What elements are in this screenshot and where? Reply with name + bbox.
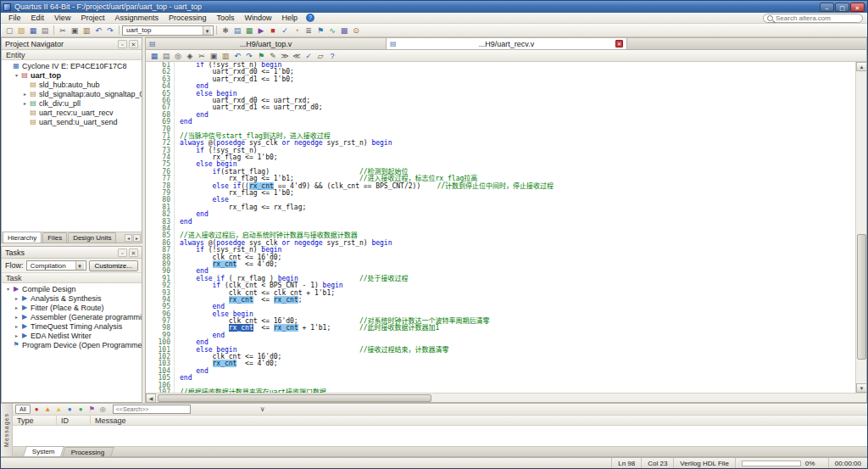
menu-help[interactable]: Help [277,14,303,22]
code-line[interactable]: 89 rx_cnt <= 4'd0; [146,261,855,268]
ed-save-icon[interactable]: ▦ [148,50,160,61]
start-compilation-icon[interactable]: ▶ [255,25,267,36]
close-panel-icon[interactable]: ✕ [129,40,138,48]
entity-tree-item[interactable]: ▾▤uart_top [2,70,142,80]
code-line[interactable]: 74 rx_flag <= 1'b0; [146,154,855,161]
task-tree-item[interactable]: ▸▶EDA Netlist Writer [2,331,142,340]
ed-create-symbol-icon[interactable]: ▱ [314,50,326,61]
ed-cut-icon[interactable]: ✂ [196,50,208,61]
paste-icon[interactable]: ▥ [81,25,92,36]
ed-redo-icon[interactable]: ↷ [243,50,255,61]
messages-search-input[interactable] [116,406,187,412]
task-tree-item[interactable]: ▸▶TimeQuest Timing Analysis [2,321,142,331]
close-panel-icon[interactable]: ✕ [129,248,138,257]
collapse-chevron-icon[interactable]: ∨ [260,405,265,413]
editor-tab[interactable]: ▤...H9/uart_recv.v✕ [387,38,627,49]
editor-horizontal-scrollbar[interactable]: ◀ [146,393,866,402]
customize-button[interactable]: Customize... [89,260,138,271]
type-column-header[interactable]: Type [13,416,57,425]
navigator-tab-design-units[interactable]: Design Units [68,232,116,243]
collapse-arrow-icon[interactable]: ▸ [13,332,20,338]
ed-paste-icon[interactable]: ▥ [220,50,231,61]
chip-planner-icon[interactable]: ▩ [338,25,350,36]
close-tab-icon[interactable]: ✕ [615,40,623,47]
ed-find-icon[interactable]: ◎ [172,50,184,61]
save-icon[interactable]: ▦ [27,25,39,36]
entity-tree-item[interactable]: ▤sld_hub:auto_hub [2,80,142,89]
ed-replace-icon[interactable]: ◈ [184,50,196,61]
code-line[interactable]: 94 rx_cnt <= rx_cnt; [146,297,855,304]
code-line[interactable]: 79 rx_flag <= 1'b0; [146,190,855,197]
ed-copy-icon[interactable]: ▣ [208,50,220,61]
vscrollbar-thumb[interactable] [857,234,866,360]
task-tree-item[interactable]: ▸▶Analysis & Synthesis [2,293,142,303]
code-editor[interactable]: 61 if (!sys_rst_n) begin62 uart_rxd_d0 <… [146,62,855,393]
entity-tree-item[interactable]: ▸▤clk_div:u_pll [2,98,142,108]
collapse-arrow-icon[interactable]: ▸ [13,295,20,301]
collapse-arrow-icon[interactable]: ▸ [21,91,29,97]
help-icon[interactable]: ? [306,14,314,22]
filter-find-icon[interactable]: ◎ [98,405,108,414]
open-file-icon[interactable]: ▨ [15,25,27,36]
scroll-down-icon[interactable]: ▼ [856,383,867,393]
navigator-tab-files[interactable]: Files [42,232,67,243]
task-column-header[interactable]: Task [2,273,142,283]
hscrollbar-thumb[interactable] [158,394,431,402]
cut-icon[interactable]: ✂ [57,25,69,36]
code-line[interactable]: 68 end [146,112,855,119]
tab-scroll-right-icon[interactable]: ▸ [133,234,141,242]
settings-icon[interactable]: ✱ [220,25,231,36]
task-tree-item[interactable]: ▸▶Assembler (Generate programming files) [2,312,142,321]
entity-column-header[interactable]: Entity [2,50,142,60]
timequest-icon[interactable]: ◔ [291,25,303,36]
new-file-icon[interactable]: ▢ [3,25,15,36]
filter-flag-icon[interactable]: ⚑ [87,405,97,414]
code-line[interactable]: 67 uart_rxd_d1 <= uart_rxd_d0; [146,104,855,111]
code-line[interactable]: 103 rx_cnt <= 4'd0; [146,360,855,367]
messages-body[interactable] [13,426,867,446]
ed-help-icon[interactable]: ? [326,50,338,61]
ed-comment-icon[interactable]: ✎ [267,50,279,61]
ed-indent-icon[interactable]: ≫ [279,50,291,61]
dock-panel-icon[interactable]: ▫ [118,40,127,48]
expand-arrow-icon[interactable]: ▾ [13,72,20,78]
editor-vertical-scrollbar[interactable]: ▲ ▼ [855,62,866,393]
filter-critical-warning-icon[interactable]: ▲ [43,405,53,414]
menu-project[interactable]: Project [75,14,109,22]
menu-view[interactable]: View [49,14,75,22]
assignment-editor-icon[interactable]: ▤ [231,25,243,36]
collapse-arrow-icon[interactable]: ▸ [13,314,20,320]
filter-all-button[interactable]: All [15,405,31,414]
collapse-arrow-icon[interactable]: ▸ [13,304,20,310]
message-column-header[interactable]: Message [91,416,867,425]
code-line[interactable]: 83end [146,219,855,226]
menu-file[interactable]: File [3,14,26,22]
project-combo[interactable]: uart_top ▾ [122,25,214,36]
system-console-icon[interactable]: ⊙ [350,25,362,36]
entity-tree-item[interactable]: ▦Cyclone IV E: EP4CE10F17C8 [2,61,142,70]
menu-assignments[interactable]: Assignments [109,14,164,22]
code-line[interactable]: 98 rx_cnt <= rx_cnt + 1'b1; //此时接收数据计数器加… [146,325,855,332]
collapse-arrow-icon[interactable]: ▸ [21,100,29,106]
code-line[interactable]: 81 rx_flag <= rx_flag; [146,204,855,211]
editor-tab[interactable]: ▤...H9/uart_top.v [146,38,387,49]
stop-icon[interactable]: ■ [267,25,279,36]
analysis-synthesis-icon[interactable]: ✓ [279,25,291,36]
altera-search-input[interactable] [776,14,868,22]
filter-error-icon[interactable]: ● [32,405,42,414]
pin-planner-icon[interactable]: ▦ [243,25,255,36]
id-column-header[interactable]: ID [57,416,91,425]
collapse-arrow-icon[interactable]: ▸ [13,323,20,329]
signaltap-icon[interactable]: ∿ [326,25,338,36]
code-line[interactable]: 104 end [146,368,855,375]
maximize-button[interactable]: ▢ [835,3,849,12]
undo-icon[interactable]: ↶ [92,25,104,36]
messages-tab-system[interactable]: System [23,446,64,456]
code-line[interactable]: 99 end [146,332,855,339]
task-tree-item[interactable]: ▸▶Fitter (Place & Route) [2,303,142,312]
code-line[interactable]: 105end [146,375,855,382]
ed-bookmark-icon[interactable]: ⚑ [255,50,267,61]
code-line[interactable]: 64 end [146,83,855,90]
messages-tab-processing[interactable]: Processing [62,447,114,456]
programmer-icon[interactable]: ⚑ [314,25,326,36]
